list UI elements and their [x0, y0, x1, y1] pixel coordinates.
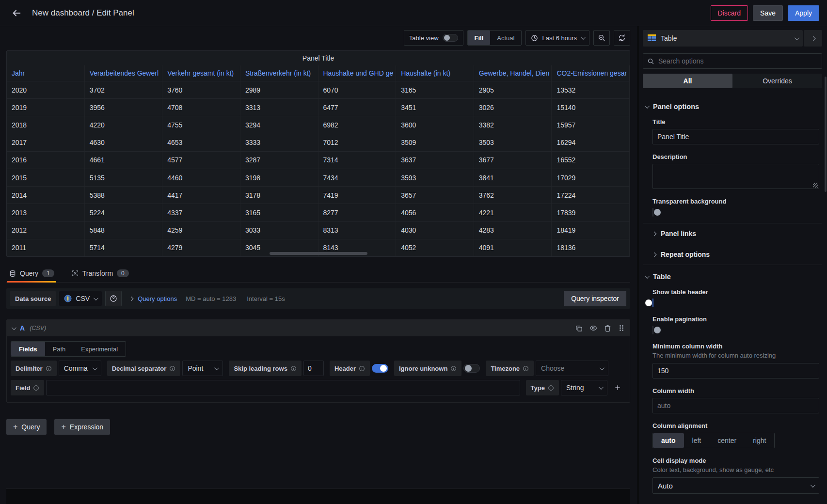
panel-title[interactable]: Panel Title [7, 51, 630, 65]
table-cell: 2011 [7, 239, 85, 256]
skip-rows-input[interactable] [303, 361, 324, 376]
fill-option[interactable]: Fill [468, 31, 491, 45]
ignore-unknown-toggle[interactable] [463, 364, 480, 373]
table-cell: 3956 [85, 99, 163, 116]
panel-title-input[interactable] [652, 129, 819, 144]
query-options-link[interactable]: Query options [138, 295, 177, 302]
chevron-down-icon [600, 365, 604, 370]
table-cell: 3509 [396, 134, 474, 151]
tab-transform[interactable]: Transform 0 [70, 267, 131, 282]
refresh-button[interactable] [614, 30, 630, 46]
duplicate-query-button[interactable] [575, 325, 583, 332]
query-ref-id[interactable]: A [20, 324, 25, 332]
panel-links-section-header[interactable]: Panel links [643, 223, 822, 244]
table-row: 201646614577328773143637367716552 [7, 151, 630, 169]
cell-display-select[interactable]: Auto [652, 477, 819, 494]
filter-overrides[interactable]: Overrides [732, 74, 822, 88]
field-name-input[interactable] [46, 380, 520, 395]
column-alignment-center[interactable]: center [709, 433, 745, 448]
apply-button[interactable]: Apply [788, 5, 819, 21]
table-cell: 3165 [240, 204, 318, 221]
table-column-header[interactable]: Verarbeitendes Gewerl [85, 65, 163, 81]
actual-option[interactable]: Actual [490, 31, 521, 45]
table-row: 201551354460319874343593384117029 [7, 169, 630, 186]
tab-query[interactable]: Query 1 [7, 267, 56, 282]
time-range-picker[interactable]: Last 6 hours [525, 30, 589, 46]
pagination-toggle[interactable] [652, 326, 653, 334]
decimal-separator-select[interactable]: Point [182, 361, 223, 376]
table-cell: 6070 [318, 81, 397, 98]
table-column-header[interactable]: Gewerbe, Handel, Dien [474, 65, 552, 81]
timezone-label: Timezone [491, 365, 520, 372]
delete-query-button[interactable] [604, 325, 611, 332]
table-column-header[interactable]: CO2-Emissionen gesar [552, 65, 630, 81]
drag-handle[interactable] [618, 325, 625, 331]
chevron-right-icon [811, 36, 815, 41]
table-options-section-header[interactable]: Table [643, 265, 822, 286]
panel-options-section-header[interactable]: Panel options [643, 95, 822, 116]
show-header-toggle[interactable] [652, 299, 653, 307]
options-search[interactable] [643, 53, 822, 69]
datasource-select[interactable]: CSV [59, 291, 102, 306]
table-cell: 2016 [7, 152, 85, 169]
datasource-label: Data source [10, 291, 56, 306]
table-cell: 3178 [240, 187, 318, 204]
table-column-header[interactable]: Haushalte und GHD ge [318, 65, 397, 81]
plus-icon [614, 384, 621, 391]
filter-all[interactable]: All [643, 74, 732, 88]
sidebar-scrollbar[interactable] [825, 77, 827, 192]
query-inspector-button[interactable]: Query inspector [564, 291, 626, 306]
hide-query-button[interactable] [589, 324, 597, 332]
col-width-input[interactable] [652, 398, 819, 413]
visualization-picker[interactable]: Table [643, 30, 803, 47]
table-cell: 4630 [85, 134, 163, 151]
timezone-select[interactable]: Choose [536, 361, 608, 376]
collapse-chevron-icon[interactable] [12, 325, 16, 330]
csv-editor-tab-path[interactable]: Path [45, 342, 74, 356]
table-column-header[interactable]: Jahr [7, 65, 85, 81]
table-column-header[interactable]: Haushalte (in kt) [396, 65, 474, 81]
table-view-toggle[interactable] [443, 34, 458, 42]
collapse-options-button[interactable] [804, 30, 822, 47]
resize-handle[interactable] [813, 183, 818, 188]
decimal-separator-label: Decimal separator [112, 365, 167, 372]
search-icon [647, 58, 654, 65]
query-row-header[interactable]: A (CSV) [7, 320, 630, 336]
csv-editor-tab-fields[interactable]: Fields [11, 342, 45, 356]
type-select[interactable]: String [561, 380, 607, 395]
zoom-out-time-button[interactable] [593, 30, 610, 46]
options-search-input[interactable] [658, 57, 818, 65]
csv-datasource-icon [64, 295, 72, 302]
horizontal-scrollbar[interactable] [270, 252, 367, 255]
add-query-button[interactable]: + Query [6, 419, 47, 435]
discard-button[interactable]: Discard [711, 5, 748, 21]
table-cell: 2014 [7, 187, 85, 204]
data-table: JahrVerarbeitendes GewerlVerkehr gesamt … [7, 65, 630, 256]
table-cell: 3841 [474, 169, 552, 186]
column-alignment-right[interactable]: right [745, 433, 774, 448]
transparent-bg-toggle[interactable] [652, 208, 653, 217]
plus-icon: + [13, 423, 17, 431]
table-column-header[interactable]: Straßenverkehr (in kt) [240, 65, 318, 81]
add-expression-button[interactable]: + Expression [54, 419, 110, 435]
table-cell: 3600 [396, 116, 474, 133]
table-column-header[interactable]: Verkehr gesamt (in kt) [162, 65, 240, 81]
chevron-down-icon [94, 296, 98, 300]
column-alignment-left[interactable]: left [684, 433, 710, 448]
csv-editor-tab-experimental[interactable]: Experimental [73, 342, 126, 356]
zoom-out-icon [598, 34, 605, 42]
back-button[interactable] [8, 4, 25, 22]
table-cell: 3198 [240, 169, 318, 186]
save-button[interactable]: Save [753, 5, 783, 21]
header-toggle[interactable] [372, 364, 388, 373]
add-field-button[interactable] [609, 380, 626, 395]
delimiter-select[interactable]: Comma [59, 361, 101, 376]
column-alignment-auto[interactable]: auto [653, 433, 684, 448]
description-textarea[interactable] [652, 164, 819, 189]
min-col-width-input[interactable] [652, 363, 819, 378]
database-icon [9, 270, 16, 277]
table-row: 201258484259303383134030428318419 [7, 221, 630, 239]
datasource-help-button[interactable] [105, 291, 122, 306]
table-cell: 13532 [552, 81, 630, 98]
repeat-options-section-header[interactable]: Repeat options [643, 244, 822, 265]
